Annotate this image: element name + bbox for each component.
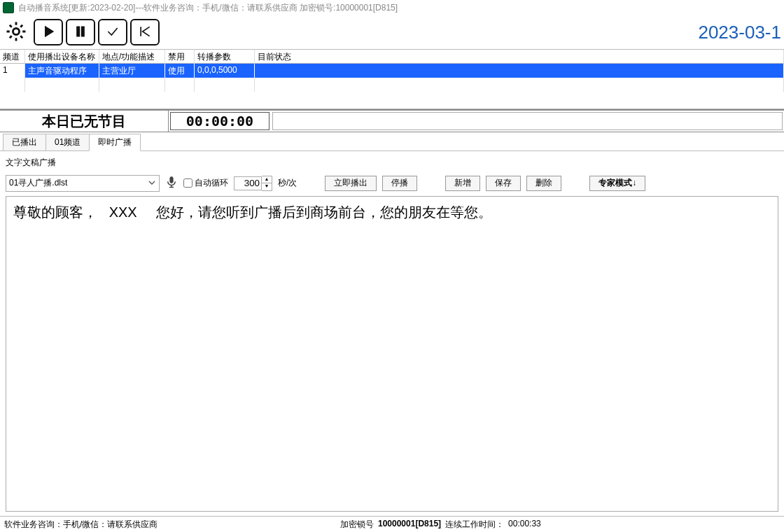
play-now-button[interactable]: 立即播出 — [325, 176, 377, 191]
status-contact: 软件业务咨询：手机/微信：请联系供应商 — [4, 519, 312, 531]
status-uptime-value: 00:00:33 — [508, 519, 541, 531]
cell-disabled: 使用 — [165, 64, 195, 78]
program-time: 00:00:00 — [170, 112, 270, 130]
script-select-value: 01寻人广播.dlst — [9, 177, 67, 189]
program-bar: 本日已无节目 00:00:00 — [0, 109, 784, 132]
status-bar: 软件业务咨询：手机/微信：请联系供应商 加密锁号 10000001[D815] … — [0, 516, 784, 532]
window-title: 自动播音系统[更新:2023-02-20]---软件业务咨询：手机/微信：请联系… — [18, 2, 398, 14]
pause-icon — [74, 24, 88, 41]
grid-body[interactable]: 1 主声音驱动程序 主营业厅 使用 0,0,0,5000 — [0, 64, 784, 108]
app-icon — [3, 2, 14, 13]
svg-rect-3 — [82, 27, 84, 36]
window-titlebar: 自动播音系统[更新:2023-02-20]---软件业务咨询：手机/微信：请联系… — [0, 0, 784, 15]
program-message: 本日已无节目 — [0, 111, 169, 132]
svg-rect-5 — [170, 177, 174, 183]
grid-header-place[interactable]: 地点/功能描述 — [99, 50, 165, 64]
stop-button[interactable]: 停播 — [382, 176, 417, 191]
script-select[interactable]: 01寻人广播.dlst — [6, 175, 160, 192]
cell-place: 主营业厅 — [99, 64, 165, 78]
back-to-start-icon — [138, 24, 152, 41]
play-button[interactable] — [34, 19, 63, 46]
grid-header-params[interactable]: 转播参数 — [195, 50, 255, 64]
interval-spinner[interactable]: ▲▼ — [234, 176, 272, 191]
tab-channel01[interactable]: 01频道 — [46, 134, 90, 150]
instant-broadcast-panel: 文字文稿广播 01寻人广播.dlst 自动循环 ▲▼ 秒/次 立即播出 — [0, 150, 784, 516]
panel-title: 文字文稿广播 — [6, 155, 778, 170]
chevron-down-icon — [146, 177, 158, 188]
back-button[interactable] — [130, 19, 160, 46]
main-toolbar: 2023-03-1 — [0, 15, 784, 49]
broadcast-text[interactable]: 尊敬的顾客， XXX 您好，请您听到广播后到商场前台，您的朋友在等您。 — [6, 196, 778, 512]
panel-controls: 01寻人广播.dlst 自动循环 ▲▼ 秒/次 立即播出 停播 新增 — [6, 174, 778, 192]
cell-status — [255, 64, 784, 78]
grid-header-disabled[interactable]: 禁用 — [165, 50, 195, 64]
table-row[interactable]: 1 主声音驱动程序 主营业厅 使用 0,0,0,5000 — [0, 64, 784, 78]
app-root: 自动播音系统[更新:2023-02-20]---软件业务咨询：手机/微信：请联系… — [0, 0, 784, 532]
status-lock-value: 10000001[D815] — [378, 519, 441, 531]
cell-device: 主声音驱动程序 — [25, 64, 99, 78]
tab-strip: 已播出 01频道 即时广播 — [0, 132, 784, 150]
gear-icon — [4, 20, 28, 46]
interval-unit: 秒/次 — [278, 177, 297, 189]
grid-header-device[interactable]: 使用播出设备名称 — [25, 50, 99, 64]
grid-header-channel[interactable]: 频道 — [0, 50, 25, 64]
check-icon — [106, 24, 120, 41]
settings-button[interactable] — [1, 19, 31, 46]
confirm-button[interactable] — [98, 19, 127, 46]
auto-loop-checkbox[interactable]: 自动循环 — [183, 177, 228, 189]
cell-params: 0,0,0,5000 — [195, 64, 255, 78]
channel-grid: 频道 使用播出设备名称 地点/功能描述 禁用 转播参数 目前状态 1 主声音驱动… — [0, 49, 784, 109]
interval-input[interactable] — [234, 176, 262, 190]
tab-instant-broadcast[interactable]: 即时广播 — [89, 134, 141, 151]
expert-mode-button[interactable]: 专家模式↓ — [589, 176, 645, 191]
status-lock-label: 加密锁号 — [340, 519, 374, 531]
status-right: 加密锁号 10000001[D815] 连续工作时间： 00:00:33 — [340, 519, 541, 531]
grid-header: 频道 使用播出设备名称 地点/功能描述 禁用 转播参数 目前状态 — [0, 50, 784, 64]
new-button[interactable]: 新增 — [445, 176, 480, 191]
microphone-button[interactable] — [165, 174, 178, 192]
spinner-arrows[interactable]: ▲▼ — [262, 176, 272, 191]
grid-header-status[interactable]: 目前状态 — [255, 50, 784, 64]
table-row[interactable] — [0, 78, 784, 92]
current-date: 2023-03-1 — [698, 22, 783, 43]
program-progress — [272, 112, 783, 130]
play-icon — [41, 24, 55, 41]
auto-loop-input[interactable] — [183, 178, 192, 188]
tab-played[interactable]: 已播出 — [3, 134, 46, 150]
status-uptime-label: 连续工作时间： — [445, 519, 504, 531]
svg-point-0 — [13, 28, 19, 34]
cell-index: 1 — [0, 64, 25, 78]
pause-button[interactable] — [66, 19, 95, 46]
save-button[interactable]: 保存 — [486, 176, 521, 191]
delete-button[interactable]: 删除 — [526, 176, 561, 191]
svg-rect-2 — [77, 27, 79, 36]
auto-loop-label: 自动循环 — [195, 177, 228, 189]
svg-marker-1 — [46, 27, 53, 36]
